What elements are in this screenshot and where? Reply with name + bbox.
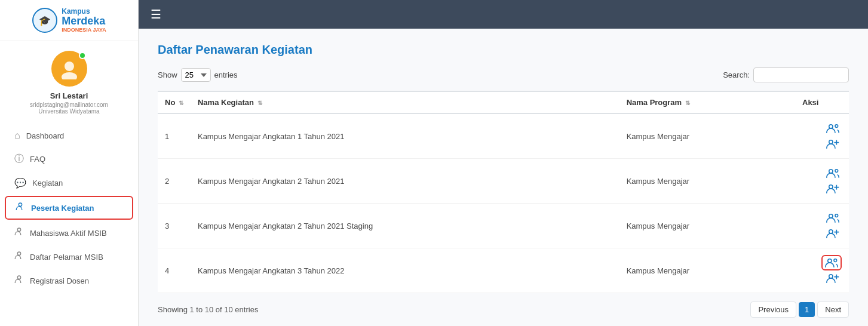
pagination: Previous 1 Next — [750, 302, 849, 318]
svg-point-2 — [65, 61, 74, 71]
sidebar-item-faq[interactable]: ⓘ FAQ — [0, 147, 138, 171]
sidebar-item-label: Registrasi Dosen — [30, 276, 89, 285]
add-participant-button[interactable] — [824, 226, 842, 241]
sidebar-item-peserta-kegiatan[interactable]: Peserta Kegiatan — [5, 196, 133, 220]
cell-aksi — [795, 204, 849, 248]
cell-nama-kegiatan: Kampus Mengajar Angkatan 1 Tahun 2021 — [191, 113, 619, 159]
user-name: Sri Lestari — [50, 91, 88, 100]
svg-point-10 — [829, 140, 833, 144]
col-no: No ⇅ — [158, 91, 191, 113]
col-nama-program: Nama Program ⇅ — [619, 91, 795, 113]
sort-icon: ⇅ — [179, 100, 183, 106]
add-person-icon — [826, 273, 839, 284]
search-input[interactable] — [753, 67, 849, 82]
sidebar-item-label: FAQ — [30, 155, 45, 164]
svg-point-9 — [835, 125, 838, 128]
svg-point-19 — [835, 214, 838, 217]
cell-nama-kegiatan: Kampus Mengajar Angkatan 3 Tahun 2022 — [191, 248, 619, 293]
add-participant-button[interactable] — [824, 181, 842, 196]
add-participant-button[interactable] — [824, 270, 842, 286]
svg-point-23 — [828, 259, 832, 263]
sort-icon: ⇅ — [685, 100, 690, 106]
add-person-icon — [826, 228, 839, 239]
logo-text: Kampus Merdeka INDONESIA JAYA — [62, 8, 106, 33]
add-person-icon — [826, 139, 839, 149]
topbar: ☰ — [139, 0, 868, 29]
next-button[interactable]: Next — [817, 302, 849, 318]
user-email: sridplstaging@mailinator.com — [30, 102, 108, 108]
table-row: 1 Kampus Mengajar Angkatan 1 Tahun 2021 … — [158, 113, 849, 159]
horizontal-scrollbar[interactable] — [158, 322, 849, 326]
cell-nama-kegiatan: Kampus Mengajar Angkatan 2 Tahun 2021 St… — [191, 204, 619, 248]
svg-point-3 — [62, 72, 77, 79]
svg-point-20 — [829, 230, 833, 233]
sidebar-item-kegiatan[interactable]: 💬 Kegiatan — [0, 171, 138, 195]
table-footer: Showing 1 to 10 of 10 entries Previous 1… — [158, 302, 849, 318]
view-participants-button[interactable] — [821, 255, 842, 270]
cell-nama-kegiatan: Kampus Mengajar Angkatan 2 Tahun 2021 — [191, 159, 619, 204]
show-entries: Show 25 10 50 100 entries — [158, 68, 238, 82]
cell-no: 4 — [158, 248, 191, 293]
table-header-row: No ⇅ Nama Kegiatan ⇅ Nama Program ⇅ Aksi — [158, 91, 849, 113]
avatar-icon — [59, 58, 80, 79]
svg-point-18 — [829, 214, 833, 218]
cell-no: 3 — [158, 204, 191, 248]
table-row: 2 Kampus Mengajar Angkatan 2 Tahun 2021 … — [158, 159, 849, 204]
online-indicator — [79, 52, 86, 59]
sidebar-item-label: Mahasiswa Aktif MSIB — [30, 229, 107, 238]
view-participants-button[interactable] — [824, 165, 842, 181]
add-participant-button[interactable] — [824, 136, 842, 152]
people-icon — [826, 123, 839, 134]
sidebar-item-mahasiswa-aktif[interactable]: Mahasiswa Aktif MSIB — [0, 221, 138, 245]
user-university: Universitas Widyatama — [38, 108, 99, 115]
sidebar: 🎓 Kampus Merdeka INDONESIA JAYA Sri Lest… — [0, 0, 139, 326]
sidebar-item-label: Peserta Kegiatan — [31, 204, 94, 213]
cell-aksi — [795, 159, 849, 204]
svg-point-5 — [17, 228, 20, 231]
home-icon: ⌂ — [14, 130, 20, 141]
col-aksi: Aksi — [795, 91, 849, 113]
view-participants-button[interactable] — [824, 121, 842, 136]
hamburger-icon[interactable]: ☰ — [151, 7, 161, 21]
sidebar-item-dashboard[interactable]: ⌂ Dashboard — [0, 124, 138, 147]
search-label: Search: — [723, 70, 750, 79]
avatar-wrap — [51, 51, 87, 87]
cell-no: 1 — [158, 113, 191, 159]
sidebar-item-daftar-pelamar[interactable]: Daftar Pelamar MSIB — [0, 245, 138, 269]
main-content: Daftar Penawaran Kegiatan Show 25 10 50 … — [139, 29, 868, 326]
showing-entries-text: Showing 1 to 10 of 10 entries — [158, 305, 258, 314]
sidebar-logo: 🎓 Kampus Merdeka INDONESIA JAYA — [0, 0, 138, 41]
svg-text:🎓: 🎓 — [39, 15, 51, 26]
svg-point-24 — [834, 259, 837, 262]
svg-point-6 — [17, 252, 20, 255]
cell-no: 2 — [158, 159, 191, 204]
person-icon — [14, 227, 24, 239]
search-box: Search: — [723, 67, 849, 82]
people-icon — [825, 257, 838, 268]
cell-nama-program: Kampus Mengajar — [619, 204, 795, 248]
svg-point-4 — [19, 203, 22, 206]
sidebar-item-label: Daftar Pelamar MSIB — [30, 253, 103, 262]
cell-aksi — [795, 248, 849, 293]
svg-point-14 — [835, 170, 838, 173]
previous-button[interactable]: Previous — [750, 302, 796, 318]
person-icon — [14, 251, 24, 263]
data-table: No ⇅ Nama Kegiatan ⇅ Nama Program ⇅ Aksi — [158, 91, 849, 293]
svg-point-25 — [829, 275, 833, 278]
person-icon — [14, 275, 24, 287]
table-controls: Show 25 10 50 100 entries Search: — [158, 67, 849, 82]
entries-select[interactable]: 25 10 50 100 — [181, 68, 211, 82]
col-nama-kegiatan: Nama Kegiatan ⇅ — [191, 91, 619, 113]
table-row: 3 Kampus Mengajar Angkatan 2 Tahun 2021 … — [158, 204, 849, 248]
sidebar-item-label: Kegiatan — [32, 179, 63, 187]
add-person-icon — [826, 183, 839, 194]
entries-label: entries — [214, 70, 238, 79]
svg-point-13 — [829, 170, 833, 173]
sidebar-item-label: Dashboard — [26, 131, 65, 140]
sidebar-item-registrasi-dosen[interactable]: Registrasi Dosen — [0, 269, 138, 293]
svg-point-7 — [17, 276, 20, 279]
view-participants-button[interactable] — [824, 210, 842, 226]
cell-nama-program: Kampus Mengajar — [619, 248, 795, 293]
cell-aksi — [795, 113, 849, 159]
page-1-button[interactable]: 1 — [799, 302, 815, 317]
